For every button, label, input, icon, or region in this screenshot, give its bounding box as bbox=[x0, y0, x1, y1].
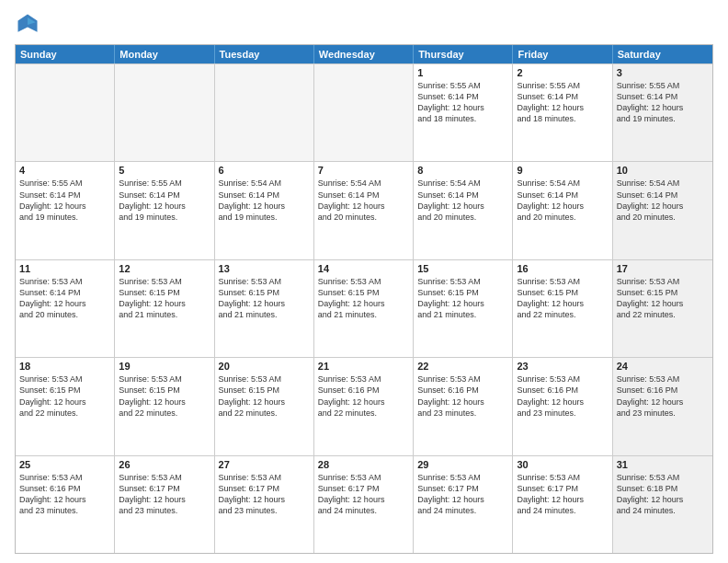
calendar-cell: 12Sunrise: 5:53 AM Sunset: 6:15 PM Dayli… bbox=[115, 260, 214, 357]
day-number: 24 bbox=[617, 361, 709, 372]
day-number: 21 bbox=[318, 361, 409, 372]
day-number: 14 bbox=[318, 263, 409, 274]
day-number: 15 bbox=[417, 263, 508, 274]
header-day-sunday: Sunday bbox=[16, 45, 115, 63]
day-info: Sunrise: 5:53 AM Sunset: 6:16 PM Dayligh… bbox=[517, 373, 608, 419]
calendar-cell: 25Sunrise: 5:53 AM Sunset: 6:16 PM Dayli… bbox=[16, 456, 115, 553]
day-info: Sunrise: 5:55 AM Sunset: 6:14 PM Dayligh… bbox=[119, 178, 210, 223]
day-info: Sunrise: 5:54 AM Sunset: 6:14 PM Dayligh… bbox=[517, 178, 608, 223]
day-number: 26 bbox=[119, 459, 210, 470]
day-info: Sunrise: 5:53 AM Sunset: 6:16 PM Dayligh… bbox=[617, 373, 709, 419]
calendar-cell: 17Sunrise: 5:53 AM Sunset: 6:15 PM Dayli… bbox=[613, 260, 712, 357]
calendar-row-3: 18Sunrise: 5:53 AM Sunset: 6:15 PM Dayli… bbox=[16, 357, 712, 454]
day-info: Sunrise: 5:53 AM Sunset: 6:15 PM Dayligh… bbox=[119, 373, 210, 419]
day-number: 1 bbox=[417, 67, 508, 78]
header-day-tuesday: Tuesday bbox=[215, 45, 314, 63]
day-info: Sunrise: 5:54 AM Sunset: 6:14 PM Dayligh… bbox=[219, 178, 310, 223]
calendar-cell: 10Sunrise: 5:54 AM Sunset: 6:14 PM Dayli… bbox=[613, 162, 712, 259]
calendar-cell: 15Sunrise: 5:53 AM Sunset: 6:15 PM Dayli… bbox=[414, 260, 513, 357]
day-info: Sunrise: 5:53 AM Sunset: 6:15 PM Dayligh… bbox=[617, 276, 709, 321]
logo-icon bbox=[15, 11, 40, 37]
logo bbox=[15, 11, 44, 37]
day-info: Sunrise: 5:53 AM Sunset: 6:16 PM Dayligh… bbox=[19, 472, 110, 517]
calendar-cell: 11Sunrise: 5:53 AM Sunset: 6:14 PM Dayli… bbox=[16, 260, 115, 357]
day-info: Sunrise: 5:53 AM Sunset: 6:17 PM Dayligh… bbox=[119, 472, 210, 517]
day-number: 28 bbox=[318, 459, 409, 470]
calendar: SundayMondayTuesdayWednesdayThursdayFrid… bbox=[15, 44, 713, 554]
calendar-cell bbox=[115, 64, 214, 161]
page: SundayMondayTuesdayWednesdayThursdayFrid… bbox=[0, 0, 728, 563]
calendar-cell bbox=[16, 64, 115, 161]
day-info: Sunrise: 5:53 AM Sunset: 6:17 PM Dayligh… bbox=[517, 472, 608, 517]
calendar-cell: 8Sunrise: 5:54 AM Sunset: 6:14 PM Daylig… bbox=[414, 162, 513, 259]
day-number: 16 bbox=[517, 263, 608, 274]
day-info: Sunrise: 5:53 AM Sunset: 6:17 PM Dayligh… bbox=[417, 472, 508, 517]
day-number: 30 bbox=[517, 459, 608, 470]
day-number: 5 bbox=[119, 165, 210, 176]
calendar-cell: 31Sunrise: 5:53 AM Sunset: 6:18 PM Dayli… bbox=[613, 456, 712, 553]
day-info: Sunrise: 5:53 AM Sunset: 6:15 PM Dayligh… bbox=[19, 373, 110, 419]
calendar-cell: 24Sunrise: 5:53 AM Sunset: 6:16 PM Dayli… bbox=[613, 358, 712, 454]
calendar-row-0: 1Sunrise: 5:55 AM Sunset: 6:14 PM Daylig… bbox=[16, 63, 712, 161]
day-number: 22 bbox=[417, 361, 508, 372]
day-number: 29 bbox=[417, 459, 508, 470]
day-number: 3 bbox=[617, 67, 709, 78]
day-info: Sunrise: 5:53 AM Sunset: 6:15 PM Dayligh… bbox=[219, 276, 310, 321]
header-day-wednesday: Wednesday bbox=[314, 45, 414, 63]
header-day-saturday: Saturday bbox=[613, 45, 712, 63]
day-info: Sunrise: 5:53 AM Sunset: 6:17 PM Dayligh… bbox=[219, 472, 310, 517]
calendar-row-1: 4Sunrise: 5:55 AM Sunset: 6:14 PM Daylig… bbox=[16, 161, 712, 259]
day-info: Sunrise: 5:53 AM Sunset: 6:15 PM Dayligh… bbox=[119, 276, 210, 321]
calendar-header: SundayMondayTuesdayWednesdayThursdayFrid… bbox=[16, 45, 712, 63]
calendar-cell: 7Sunrise: 5:54 AM Sunset: 6:14 PM Daylig… bbox=[314, 162, 414, 259]
calendar-cell bbox=[314, 64, 414, 161]
calendar-cell: 19Sunrise: 5:53 AM Sunset: 6:15 PM Dayli… bbox=[115, 358, 214, 454]
header-day-friday: Friday bbox=[513, 45, 612, 63]
day-number: 2 bbox=[517, 67, 608, 78]
day-number: 23 bbox=[517, 361, 608, 372]
day-info: Sunrise: 5:53 AM Sunset: 6:15 PM Dayligh… bbox=[517, 276, 608, 321]
day-info: Sunrise: 5:53 AM Sunset: 6:18 PM Dayligh… bbox=[617, 472, 709, 517]
day-info: Sunrise: 5:54 AM Sunset: 6:14 PM Dayligh… bbox=[318, 178, 409, 223]
day-number: 11 bbox=[19, 263, 110, 274]
header-day-thursday: Thursday bbox=[414, 45, 513, 63]
day-number: 12 bbox=[119, 263, 210, 274]
day-number: 27 bbox=[219, 459, 310, 470]
day-info: Sunrise: 5:55 AM Sunset: 6:14 PM Dayligh… bbox=[19, 178, 110, 223]
day-number: 25 bbox=[19, 459, 110, 470]
day-info: Sunrise: 5:53 AM Sunset: 6:15 PM Dayligh… bbox=[219, 373, 310, 419]
calendar-cell: 5Sunrise: 5:55 AM Sunset: 6:14 PM Daylig… bbox=[115, 162, 214, 259]
day-info: Sunrise: 5:54 AM Sunset: 6:14 PM Dayligh… bbox=[417, 178, 508, 223]
calendar-cell: 29Sunrise: 5:53 AM Sunset: 6:17 PM Dayli… bbox=[414, 456, 513, 553]
day-info: Sunrise: 5:53 AM Sunset: 6:16 PM Dayligh… bbox=[417, 373, 508, 419]
calendar-cell: 27Sunrise: 5:53 AM Sunset: 6:17 PM Dayli… bbox=[215, 456, 314, 553]
calendar-cell: 4Sunrise: 5:55 AM Sunset: 6:14 PM Daylig… bbox=[16, 162, 115, 259]
calendar-cell bbox=[215, 64, 314, 161]
calendar-cell: 1Sunrise: 5:55 AM Sunset: 6:14 PM Daylig… bbox=[414, 64, 513, 161]
calendar-cell: 21Sunrise: 5:53 AM Sunset: 6:16 PM Dayli… bbox=[314, 358, 414, 454]
day-info: Sunrise: 5:53 AM Sunset: 6:17 PM Dayligh… bbox=[318, 472, 409, 517]
day-number: 18 bbox=[19, 361, 110, 372]
day-number: 31 bbox=[617, 459, 709, 470]
header-day-monday: Monday bbox=[115, 45, 214, 63]
calendar-cell: 9Sunrise: 5:54 AM Sunset: 6:14 PM Daylig… bbox=[513, 162, 612, 259]
day-info: Sunrise: 5:55 AM Sunset: 6:14 PM Dayligh… bbox=[417, 80, 508, 125]
day-number: 10 bbox=[617, 165, 709, 176]
calendar-row-4: 25Sunrise: 5:53 AM Sunset: 6:16 PM Dayli… bbox=[16, 455, 712, 553]
day-number: 9 bbox=[517, 165, 608, 176]
day-number: 13 bbox=[219, 263, 310, 274]
calendar-cell: 26Sunrise: 5:53 AM Sunset: 6:17 PM Dayli… bbox=[115, 456, 214, 553]
day-info: Sunrise: 5:53 AM Sunset: 6:14 PM Dayligh… bbox=[19, 276, 110, 321]
calendar-cell: 6Sunrise: 5:54 AM Sunset: 6:14 PM Daylig… bbox=[215, 162, 314, 259]
calendar-body: 1Sunrise: 5:55 AM Sunset: 6:14 PM Daylig… bbox=[16, 63, 712, 553]
calendar-cell: 14Sunrise: 5:53 AM Sunset: 6:15 PM Dayli… bbox=[314, 260, 414, 357]
day-number: 4 bbox=[19, 165, 110, 176]
calendar-cell: 16Sunrise: 5:53 AM Sunset: 6:15 PM Dayli… bbox=[513, 260, 612, 357]
calendar-cell: 20Sunrise: 5:53 AM Sunset: 6:15 PM Dayli… bbox=[215, 358, 314, 454]
day-number: 17 bbox=[617, 263, 709, 274]
header bbox=[15, 11, 713, 37]
calendar-cell: 13Sunrise: 5:53 AM Sunset: 6:15 PM Dayli… bbox=[215, 260, 314, 357]
calendar-row-2: 11Sunrise: 5:53 AM Sunset: 6:14 PM Dayli… bbox=[16, 259, 712, 357]
calendar-cell: 30Sunrise: 5:53 AM Sunset: 6:17 PM Dayli… bbox=[513, 456, 612, 553]
day-info: Sunrise: 5:54 AM Sunset: 6:14 PM Dayligh… bbox=[617, 178, 709, 223]
